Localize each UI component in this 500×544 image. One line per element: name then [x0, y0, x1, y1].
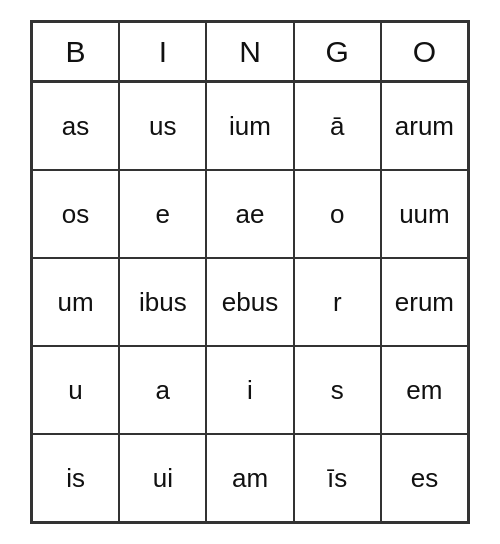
bingo-header-row: B I N G O	[32, 22, 468, 82]
bingo-cell-2-1[interactable]: ibus	[119, 258, 206, 346]
bingo-cell-3-2[interactable]: i	[206, 346, 293, 434]
bingo-cell-2-3[interactable]: r	[294, 258, 381, 346]
bingo-cell-0-0[interactable]: as	[32, 82, 119, 170]
bingo-cell-4-3[interactable]: īs	[294, 434, 381, 522]
bingo-row-1: oseaeouum	[32, 170, 468, 258]
bingo-cell-0-3[interactable]: ā	[294, 82, 381, 170]
bingo-cell-4-0[interactable]: is	[32, 434, 119, 522]
bingo-cell-0-1[interactable]: us	[119, 82, 206, 170]
bingo-cell-1-2[interactable]: ae	[206, 170, 293, 258]
bingo-cell-3-4[interactable]: em	[381, 346, 468, 434]
bingo-row-3: uaisem	[32, 346, 468, 434]
bingo-cell-2-4[interactable]: erum	[381, 258, 468, 346]
bingo-cell-4-4[interactable]: es	[381, 434, 468, 522]
bingo-row-0: asusiumāarum	[32, 82, 468, 170]
bingo-card: B I N G O asusiumāarumoseaeouumumibusebu…	[30, 20, 470, 524]
bingo-cell-4-2[interactable]: am	[206, 434, 293, 522]
bingo-row-4: isuiamīses	[32, 434, 468, 522]
bingo-cell-2-0[interactable]: um	[32, 258, 119, 346]
bingo-cell-3-1[interactable]: a	[119, 346, 206, 434]
bingo-cell-1-1[interactable]: e	[119, 170, 206, 258]
bingo-cell-3-0[interactable]: u	[32, 346, 119, 434]
header-i: I	[119, 22, 206, 82]
header-g: G	[294, 22, 381, 82]
bingo-cell-1-0[interactable]: os	[32, 170, 119, 258]
bingo-cell-2-2[interactable]: ebus	[206, 258, 293, 346]
header-o: O	[381, 22, 468, 82]
bingo-cell-0-2[interactable]: ium	[206, 82, 293, 170]
bingo-cell-4-1[interactable]: ui	[119, 434, 206, 522]
bingo-cell-3-3[interactable]: s	[294, 346, 381, 434]
bingo-body: asusiumāarumoseaeouumumibusebusrerumuais…	[32, 82, 468, 522]
header-b: B	[32, 22, 119, 82]
header-n: N	[206, 22, 293, 82]
bingo-cell-1-3[interactable]: o	[294, 170, 381, 258]
bingo-cell-1-4[interactable]: uum	[381, 170, 468, 258]
bingo-row-2: umibusebusrerum	[32, 258, 468, 346]
bingo-cell-0-4[interactable]: arum	[381, 82, 468, 170]
